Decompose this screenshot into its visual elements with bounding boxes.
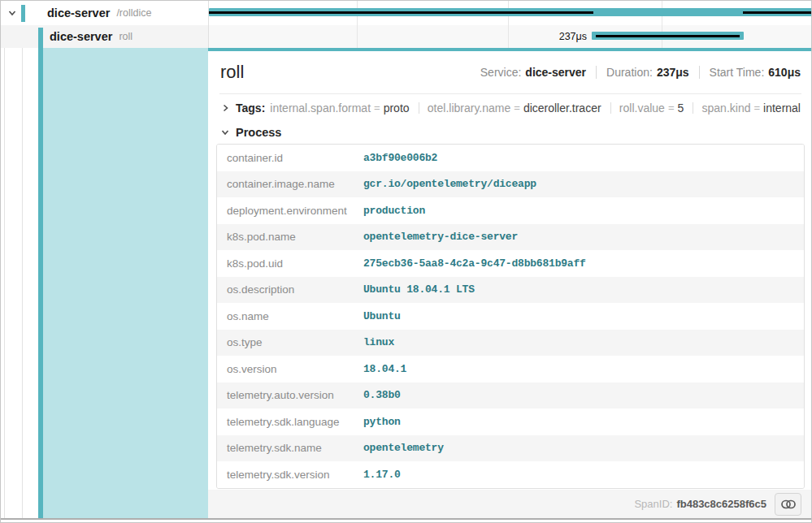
table-row: os.type linux [217, 330, 804, 357]
tags-section-toggle[interactable]: Tags: internal.span.format = proto otel.… [208, 94, 812, 121]
span-service-name[interactable]: dice-server [47, 6, 110, 19]
attribute-value: 18.04.1 [363, 363, 406, 375]
tag-key: otel.library.name [428, 102, 510, 115]
span-detail-stats: Service: dice-server Duration: 237μs Sta… [480, 66, 801, 79]
attribute-value: opentelemetry-dice-server [363, 231, 518, 243]
tag-item: otel.library.name = diceroller.tracer [428, 102, 601, 115]
tag-key: span.kind [702, 102, 751, 115]
bottom-border [1, 518, 812, 520]
attribute-value: linux [363, 336, 394, 348]
divider [699, 66, 700, 79]
copy-link-button[interactable] [775, 493, 801, 516]
tag-equals: = [514, 102, 520, 114]
chevron-down-icon[interactable] [220, 128, 230, 137]
span-bar-roll[interactable] [592, 32, 744, 40]
attribute-key: telemetry.sdk.name [227, 442, 363, 454]
attribute-key: telemetry.sdk.language [227, 416, 363, 428]
critical-path-segment [596, 35, 740, 37]
tag-item: roll.value = 5 [619, 102, 684, 115]
attribute-key: os.description [227, 283, 363, 296]
tag-key: internal.span.format [270, 102, 371, 115]
table-row: telemetry.sdk.language python [217, 408, 804, 435]
table-row: telemetry.sdk.version 1.17.0 [217, 461, 804, 488]
tag-item: internal.span.format = proto [270, 102, 409, 115]
table-row: k8s.pod.uid 275ecb36-5aa8-4c2a-9c47-d8bb… [217, 250, 804, 277]
attribute-key: os.name [227, 310, 363, 322]
table-row: os.name Ubuntu [217, 303, 804, 330]
attribute-value: Ubuntu [363, 310, 401, 322]
span-color-swatch [38, 28, 43, 48]
span-id-value: fb483c8c6258f6c5 [676, 498, 766, 510]
span-duration-label: 237μs [209, 25, 593, 48]
link-icon [781, 499, 796, 509]
span-operation-name[interactable]: roll [119, 31, 132, 42]
tree-guide-line [22, 25, 23, 518]
span-row-roll[interactable]: dice-server roll [1, 25, 208, 48]
table-row: os.description Ubuntu 18.04.1 LTS [217, 277, 804, 304]
tag-value: proto [384, 102, 410, 115]
tag-value: diceroller.tracer [523, 102, 601, 115]
service-value: dice-server [525, 66, 586, 79]
trace-timeline: 237μs [208, 1, 812, 48]
attribute-key: deployment.environment [227, 205, 363, 217]
table-row: container.image.name gcr.io/opentelemetr… [217, 171, 804, 198]
table-row: deployment.environment production [217, 197, 804, 224]
table-row: k8s.pod.name opentelemetry-dice-server [217, 224, 804, 251]
process-label: Process [236, 126, 281, 139]
service-label: Service: [480, 66, 522, 79]
attribute-value: production [363, 205, 425, 217]
attribute-value: gcr.io/opentelemetry/diceapp [363, 178, 536, 190]
attribute-key: k8s.pod.uid [227, 257, 363, 270]
tag-equals: = [668, 102, 675, 114]
duration-value: 237μs [657, 66, 689, 79]
table-row: telemetry.auto.version 0.38b0 [217, 383, 804, 409]
attribute-value: python [363, 416, 401, 428]
span-detail-panel: roll Service: dice-server Duration: 237μ… [208, 48, 812, 490]
tree-guide-line [4, 25, 5, 518]
attribute-value: 275ecb36-5aa8-4c2a-9c47-d8bb681b9aff [363, 257, 586, 270]
jaeger-trace-view: dice-server /rolldice dice-server roll 2… [0, 0, 812, 523]
tag-value: internal [763, 102, 801, 115]
critical-path-segment [209, 11, 593, 14]
attribute-value: 1.17.0 [363, 469, 401, 481]
critical-path-segment [743, 11, 812, 14]
attribute-key: telemetry.auto.version [227, 389, 363, 401]
chevron-down-icon[interactable] [7, 8, 17, 18]
attribute-key: telemetry.sdk.version [227, 469, 363, 481]
span-operation-name[interactable]: /rolldice [116, 7, 151, 19]
selected-span-background [43, 48, 208, 518]
attribute-key: k8s.pod.name [227, 231, 363, 243]
span-detail-title: roll [220, 62, 244, 83]
attribute-value: Ubuntu 18.04.1 LTS [363, 283, 475, 296]
start-time-label: Start Time: [710, 66, 765, 79]
tag-equals: = [753, 102, 760, 114]
span-detail-footer: SpanID: fb483c8c6258f6c5 [208, 490, 812, 518]
start-time-value: 610μs [768, 66, 801, 79]
attribute-value: a3bf90e006b2 [363, 152, 437, 164]
span-color-swatch [21, 5, 25, 22]
attribute-key: os.version [227, 363, 363, 375]
chevron-right-icon[interactable] [220, 103, 230, 113]
attribute-key: container.image.name [227, 178, 363, 190]
attribute-key: os.type [227, 336, 363, 348]
attribute-key: container.id [227, 152, 363, 164]
table-row: container.id a3bf90e006b2 [217, 145, 804, 171]
span-bar-rolldice[interactable] [209, 8, 812, 16]
table-row: telemetry.sdk.name opentelemetry [217, 435, 804, 462]
table-row: os.version 18.04.1 [217, 356, 804, 383]
span-service-name[interactable]: dice-server [50, 30, 112, 43]
divider [596, 66, 597, 79]
tag-key: roll.value [619, 102, 665, 115]
span-row-rolldice[interactable]: dice-server /rolldice [1, 1, 208, 25]
span-id-label: SpanID: [634, 498, 672, 510]
span-detail-header: roll Service: dice-server Duration: 237μ… [208, 51, 812, 93]
tag-item: span.kind = internal [702, 102, 801, 115]
process-attributes-table: container.id a3bf90e006b2 container.imag… [216, 144, 805, 489]
tags-label: Tags: [236, 102, 265, 115]
attribute-value: 0.38b0 [363, 389, 401, 401]
attribute-value: opentelemetry [363, 442, 444, 454]
duration-label: Duration: [606, 66, 653, 79]
tag-equals: = [374, 102, 380, 114]
process-section-toggle[interactable]: Process [208, 121, 812, 144]
tag-value: 5 [677, 102, 684, 115]
